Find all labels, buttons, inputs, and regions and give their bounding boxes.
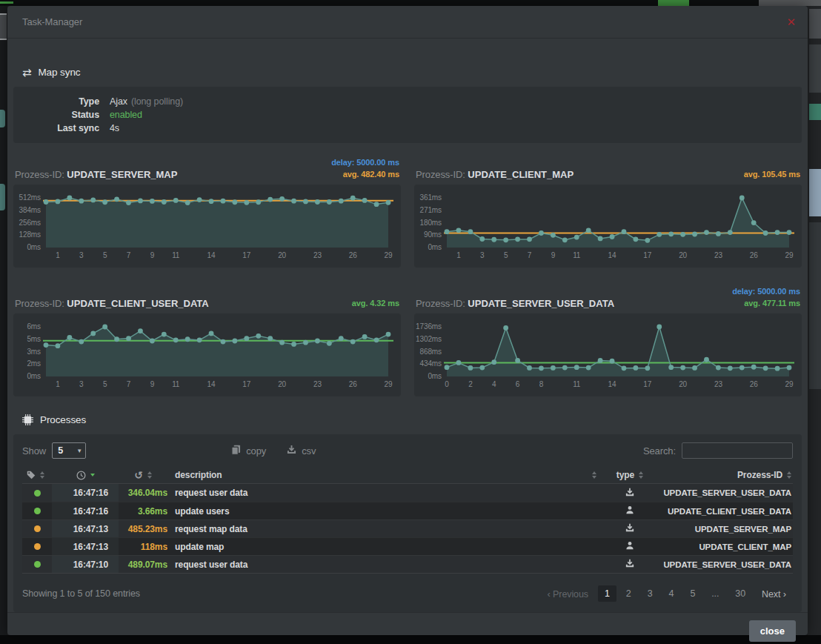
- chart-avg-label: avg. 105.45 ms: [744, 168, 800, 180]
- table-row: 16:47:16346.04msrequest user dataUPDATE_…: [22, 484, 793, 502]
- type-cell: [604, 488, 656, 499]
- svg-text:14: 14: [207, 380, 216, 388]
- copy-button[interactable]: copy: [231, 445, 266, 457]
- duration-cell: 346.04ms: [119, 488, 167, 498]
- map-sync-heading: ⇄ Map sync: [13, 67, 802, 78]
- svg-text:20: 20: [278, 380, 286, 388]
- pagination-page-5[interactable]: 5: [683, 585, 702, 602]
- sort-icon: [147, 471, 152, 479]
- sort-icon: [40, 471, 44, 479]
- chart-title: Prozess-ID: UPDATE_SERVER_MAP: [15, 169, 177, 180]
- status-cell: [22, 525, 52, 532]
- svg-text:26: 26: [349, 380, 357, 388]
- column-header-status[interactable]: [22, 471, 52, 479]
- modal-header: Task-Manager ✕: [7, 6, 808, 39]
- chart-avg-label: avg. 477.11 ms: [732, 297, 800, 309]
- timing-chart-svg: 0ms2ms3ms5ms6ms1357911141720232629: [13, 313, 401, 396]
- svg-text:128ms: 128ms: [19, 230, 41, 239]
- pagination-page-1[interactable]: 1: [598, 585, 616, 602]
- chart-title: Prozess-ID: UPDATE_CLIENT_MAP: [416, 169, 574, 180]
- svg-text:90ms: 90ms: [424, 230, 442, 239]
- map-sync-status-value: enabled: [110, 108, 142, 122]
- background-fragment: [809, 222, 821, 389]
- background-top-strip: [0, 0, 821, 6]
- time-cell: 16:47:16: [52, 502, 119, 519]
- background-fragment: [809, 169, 821, 216]
- close-icon[interactable]: ✕: [787, 16, 796, 27]
- chart-title: Prozess-ID: UPDATE_CLIENT_USER_DATA: [15, 298, 209, 309]
- timing-chart-svg: 0ms434ms868ms1302ms1736ms024681114172023…: [414, 313, 802, 396]
- pagination-page-3[interactable]: 3: [641, 585, 659, 602]
- svg-text:3: 3: [79, 380, 84, 388]
- map-sync-label: Last sync: [13, 122, 110, 135]
- pagination-page-30[interactable]: 30: [728, 585, 752, 602]
- status-dot: [34, 490, 41, 497]
- svg-text:17: 17: [242, 251, 250, 259]
- column-header-type[interactable]: type: [604, 470, 656, 480]
- svg-text:29: 29: [385, 251, 393, 259]
- svg-text:23: 23: [313, 380, 322, 388]
- table-footer: Showing 1 to 5 of 150 entries ‹ Previous…: [22, 584, 793, 603]
- background-fragment: [809, 44, 821, 93]
- svg-text:9: 9: [150, 380, 155, 388]
- svg-text:23: 23: [313, 251, 322, 259]
- processes-heading: Processes: [13, 414, 802, 425]
- table-row: 16:47:13485.23msrequest map dataUPDATE_S…: [22, 519, 793, 537]
- timing-chart-svg: 0ms90ms180ms271ms361ms135791114172023262…: [414, 185, 802, 268]
- background-fragment: [809, 104, 821, 120]
- background-fragment: [0, 110, 5, 127]
- pagination-page-2[interactable]: 2: [619, 585, 638, 602]
- chart-update-client-user-data: Prozess-ID: UPDATE_CLIENT_USER_DATA avg.…: [13, 282, 401, 396]
- process-table-body: 16:47:16346.04msrequest user dataUPDATE_…: [22, 483, 793, 574]
- map-sync-panel: Type Ajax (long polling) Status enabled …: [13, 87, 802, 143]
- csv-download-button[interactable]: csv: [287, 445, 316, 457]
- column-header-description[interactable]: description: [167, 470, 604, 480]
- svg-text:1: 1: [56, 251, 60, 259]
- status-dot: [34, 508, 41, 514]
- column-header-duration[interactable]: ↺: [119, 470, 167, 480]
- chip-icon: [22, 414, 33, 425]
- svg-text:5: 5: [103, 380, 107, 388]
- svg-text:14: 14: [608, 251, 616, 259]
- pagination-next[interactable]: Next ›: [755, 585, 793, 602]
- svg-text:20: 20: [278, 251, 286, 259]
- svg-text:23: 23: [714, 251, 722, 259]
- process-id-cell: UPDATE_CLIENT_USER_DATA: [656, 507, 793, 516]
- pagination-page-4[interactable]: 4: [662, 585, 681, 602]
- svg-text:14: 14: [608, 380, 616, 388]
- svg-text:3: 3: [480, 251, 485, 259]
- svg-text:271ms: 271ms: [419, 206, 442, 214]
- sort-icon: [592, 471, 596, 479]
- duration-cell: 3.66ms: [119, 506, 167, 517]
- sync-arrows-icon: ⇄: [22, 67, 31, 78]
- svg-text:29: 29: [785, 251, 794, 259]
- process-id-cell: UPDATE_SERVER_USER_DATA: [656, 560, 793, 569]
- close-button[interactable]: close: [749, 620, 796, 642]
- svg-text:0ms: 0ms: [428, 243, 442, 251]
- svg-text:1736ms: 1736ms: [416, 322, 442, 331]
- process-id-cell: UPDATE_SERVER_USER_DATA: [656, 488, 793, 497]
- type-cell: [604, 523, 656, 534]
- page-length-select[interactable]: 5: [52, 442, 86, 459]
- chart-update-server-user-data: Prozess-ID: UPDATE_SERVER_USER_DATA dela…: [414, 282, 802, 396]
- show-label: Show: [22, 445, 46, 457]
- process-table: ↺ description type Prozess-ID: [22, 467, 793, 574]
- column-header-process-id[interactable]: Prozess-ID: [656, 470, 793, 480]
- download-icon: [625, 523, 634, 534]
- pagination-previous[interactable]: ‹ Previous: [540, 585, 594, 602]
- duration-cell: 489.07ms: [119, 560, 167, 570]
- map-sync-label: Type: [13, 95, 110, 108]
- map-sync-row-type: Type Ajax (long polling): [13, 95, 802, 108]
- svg-text:26: 26: [750, 251, 758, 259]
- pagination-page-...[interactable]: ...: [705, 585, 725, 602]
- status-cell: [22, 543, 52, 550]
- column-header-time[interactable]: [52, 471, 119, 480]
- svg-text:2: 2: [468, 380, 473, 388]
- tag-icon: [27, 471, 36, 479]
- chart-delay-label: delay: 5000.00 ms: [331, 156, 399, 168]
- svg-text:20: 20: [679, 251, 687, 259]
- chart-area: 0ms434ms868ms1302ms1736ms024681114172023…: [414, 313, 802, 396]
- search-input[interactable]: [682, 442, 793, 459]
- svg-text:17: 17: [242, 380, 250, 388]
- map-sync-label: Status: [13, 108, 110, 122]
